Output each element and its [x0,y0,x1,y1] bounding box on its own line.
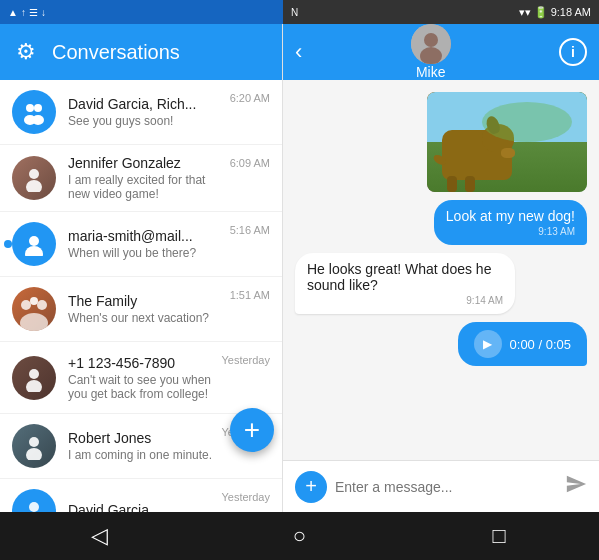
avatar-phone [12,356,56,400]
avatar-jennifer [12,156,56,200]
message-text: He looks great! What does he sound like? [307,261,503,293]
left-status-bar: ▲ ↑ ☰ ↓ [0,0,283,24]
svg-point-15 [26,448,42,460]
avatar-robert [12,424,56,468]
main-container: ⚙ Conversations David Garcia, Rich... Se… [0,24,599,512]
conv-name: The Family [68,293,230,309]
signal-up-icon: ↑ [21,7,26,18]
gear-icon[interactable]: ⚙ [16,39,36,65]
conv-preview: When's our next vacation? [68,311,230,325]
left-panel: ⚙ Conversations David Garcia, Rich... Se… [0,24,283,512]
conv-content-maria: maria-smith@mail... When will you be the… [68,228,230,260]
svg-point-4 [29,169,39,179]
message-time: 9:13 AM [446,226,575,237]
conv-item-david2[interactable]: David Garcia Yesterday [0,479,282,512]
svg-point-0 [26,104,34,112]
svg-point-5 [26,180,42,192]
clock: 9:18 AM [551,6,591,18]
conv-content-david2: David Garcia [68,502,221,512]
conv-time: 5:16 AM [230,224,270,236]
conv-item-david-garcia[interactable]: David Garcia, Rich... See you guys soon!… [0,80,282,145]
svg-point-3 [32,115,44,125]
recents-square-icon: □ [492,523,505,549]
svg-point-8 [21,300,31,310]
conv-item-maria[interactable]: maria-smith@mail... When will you be the… [0,212,282,277]
conv-name: +1 123-456-7890 [68,355,221,371]
message-input[interactable] [335,479,557,495]
chat-avatar [411,24,451,64]
conv-name: Robert Jones [68,430,221,446]
chat-messages: Look at my new dog! 9:13 AM He looks gre… [283,80,599,460]
svg-point-6 [29,236,39,246]
left-status-icons: ▲ ↑ ☰ ↓ [8,7,46,18]
svg-point-13 [26,380,42,392]
back-triangle-icon: ◁ [91,523,108,549]
chat-contact-name: Mike [416,64,446,80]
svg-point-10 [30,297,38,305]
unread-indicator [4,240,12,248]
avatar-family [12,287,56,331]
svg-point-14 [29,437,39,447]
svg-point-7 [25,246,43,256]
conv-time: 1:51 AM [230,289,270,301]
menu-icon: ☰ [29,7,38,18]
conv-content-robert: Robert Jones I am coming in one minute. [68,430,221,462]
fab-plus-icon: + [244,414,260,446]
conv-content-jennifer: Jennifer Gonzalez I am really excited fo… [68,155,230,201]
triangle-icon: ▲ [8,7,18,18]
back-nav-button[interactable]: ◁ [80,516,120,556]
conv-item-phone[interactable]: +1 123-456-7890 Can't wait to see you wh… [0,342,282,414]
battery-icon: 🔋 [534,6,548,19]
conv-time: 6:09 AM [230,157,270,169]
conv-name: David Garcia, Rich... [68,96,230,112]
plus-icon: + [305,475,317,498]
conv-name: David Garcia [68,502,221,512]
avatar-david2 [12,489,56,512]
conversations-title: Conversations [52,41,180,64]
svg-point-9 [37,300,47,310]
left-header: ⚙ Conversations [0,24,282,80]
home-circle-icon: ○ [293,523,306,549]
info-icon: i [571,44,575,60]
conv-time: 6:20 AM [230,92,270,104]
conv-preview: I am really excited for that new video g… [68,173,230,201]
status-bar: ▲ ↑ ☰ ↓ N ▾▾ 🔋 9:18 AM [0,0,599,24]
conv-time: Yesterday [221,491,270,503]
conv-content-phone: +1 123-456-7890 Can't wait to see you wh… [68,355,221,401]
conv-item-family[interactable]: The Family When's our next vacation? 1:5… [0,277,282,342]
avatar-maria [12,222,56,266]
svg-point-11 [20,313,48,331]
conv-item-jennifer[interactable]: Jennifer Gonzalez I am really excited fo… [0,145,282,212]
conv-content-family: The Family When's our next vacation? [68,293,230,325]
sent-message-dog: Look at my new dog! 9:13 AM [434,200,587,245]
svg-point-16 [29,502,39,512]
message-time: 9:14 AM [307,295,503,306]
svg-point-19 [424,33,438,47]
conv-time: Yesterday [221,354,270,366]
attachment-button[interactable]: + [295,471,327,503]
right-status-bar: N ▾▾ 🔋 9:18 AM [283,0,599,24]
bottom-nav: ◁ ○ □ [0,512,599,560]
message-text: Look at my new dog! [446,208,575,224]
avatar-david-garcia [12,90,56,134]
nfc-icon: N [291,7,298,18]
conv-preview: See you guys soon! [68,114,230,128]
play-button[interactable]: ▶ [474,330,502,358]
svg-point-12 [29,369,39,379]
fab-button[interactable]: + [230,408,274,452]
send-button[interactable] [565,473,587,500]
back-button[interactable]: ‹ [295,39,302,65]
signal-down-icon: ↓ [41,7,46,18]
info-button[interactable]: i [559,38,587,66]
recents-nav-button[interactable]: □ [479,516,519,556]
conv-preview: When will you be there? [68,246,230,260]
home-nav-button[interactable]: ○ [279,516,319,556]
wifi-icon: ▾▾ [519,6,531,19]
right-panel: ‹ Mike i [283,24,599,512]
chat-input-area: + [283,460,599,512]
received-message: He looks great! What does he sound like?… [295,253,515,314]
dog-image-message [427,92,587,192]
conv-preview: Can't wait to see you when you get back … [68,373,221,401]
svg-point-1 [34,104,42,112]
audio-duration: 0:00 / 0:05 [510,337,571,352]
